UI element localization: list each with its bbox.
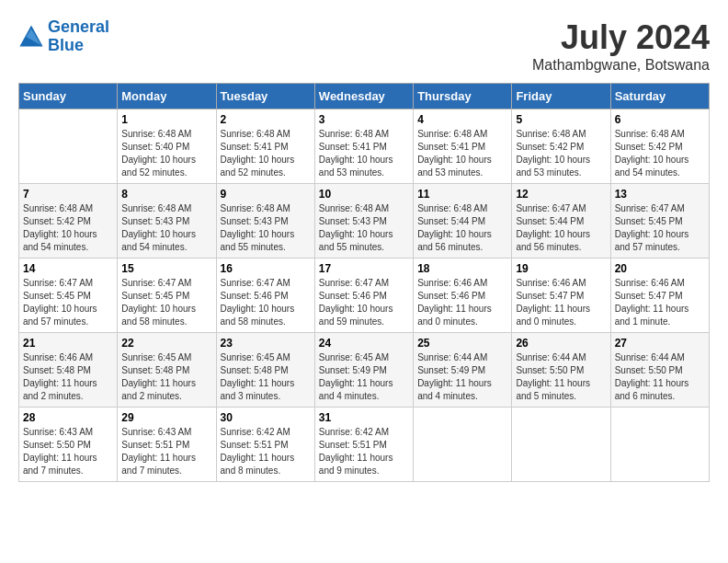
day-number: 28 (23, 411, 113, 424)
day-number: 15 (121, 262, 211, 275)
day-info: Sunrise: 6:42 AM Sunset: 5:51 PM Dayligh… (319, 426, 409, 477)
day-number: 11 (417, 188, 507, 201)
day-number: 16 (221, 262, 311, 275)
calendar-cell: 6Sunrise: 6:48 AM Sunset: 5:42 PM Daylig… (610, 109, 709, 184)
day-number: 29 (121, 411, 211, 424)
day-info: Sunrise: 6:48 AM Sunset: 5:42 PM Dayligh… (23, 202, 113, 254)
calendar-cell: 26Sunrise: 6:44 AM Sunset: 5:50 PM Dayli… (512, 333, 610, 408)
logo-line1: General (48, 17, 109, 36)
month-title: July 2024 (532, 18, 710, 57)
calendar-cell: 19Sunrise: 6:46 AM Sunset: 5:47 PM Dayli… (512, 259, 610, 333)
day-number: 12 (516, 188, 606, 201)
day-info: Sunrise: 6:45 AM Sunset: 5:49 PM Dayligh… (319, 351, 409, 403)
day-info: Sunrise: 6:47 AM Sunset: 5:45 PM Dayligh… (121, 277, 211, 328)
day-number: 19 (516, 262, 606, 275)
day-number: 17 (319, 262, 409, 275)
calendar-cell: 11Sunrise: 6:48 AM Sunset: 5:44 PM Dayli… (414, 184, 512, 259)
day-number: 27 (615, 337, 705, 350)
calendar-cell: 29Sunrise: 6:43 AM Sunset: 5:51 PM Dayli… (118, 408, 216, 482)
weekday-header: Sunday (19, 84, 118, 109)
calendar-body: 1Sunrise: 6:48 AM Sunset: 5:40 PM Daylig… (19, 109, 710, 482)
calendar-header-row: SundayMondayTuesdayWednesdayThursdayFrid… (19, 84, 710, 109)
calendar-cell: 13Sunrise: 6:47 AM Sunset: 5:45 PM Dayli… (610, 184, 709, 259)
page-header: General Blue July 2024 Mathambgwane, Bot… (18, 18, 710, 74)
calendar-cell: 16Sunrise: 6:47 AM Sunset: 5:46 PM Dayli… (216, 259, 314, 333)
calendar-cell: 24Sunrise: 6:45 AM Sunset: 5:49 PM Dayli… (314, 333, 413, 408)
day-number: 6 (615, 113, 705, 126)
calendar-cell: 5Sunrise: 6:48 AM Sunset: 5:42 PM Daylig… (512, 109, 610, 184)
day-number: 22 (121, 337, 211, 350)
weekday-header: Saturday (610, 84, 709, 109)
day-info: Sunrise: 6:46 AM Sunset: 5:48 PM Dayligh… (23, 351, 113, 403)
calendar-cell: 1Sunrise: 6:48 AM Sunset: 5:40 PM Daylig… (118, 109, 216, 184)
logo: General Blue (18, 18, 109, 55)
day-info: Sunrise: 6:47 AM Sunset: 5:46 PM Dayligh… (319, 277, 409, 328)
day-info: Sunrise: 6:45 AM Sunset: 5:48 PM Dayligh… (221, 351, 311, 403)
calendar-cell: 28Sunrise: 6:43 AM Sunset: 5:50 PM Dayli… (19, 408, 118, 482)
calendar-cell (19, 109, 118, 184)
calendar-cell: 10Sunrise: 6:48 AM Sunset: 5:43 PM Dayli… (314, 184, 413, 259)
weekday-header: Wednesday (314, 84, 413, 109)
day-number: 2 (221, 113, 311, 126)
day-number: 3 (319, 113, 409, 126)
day-number: 5 (516, 113, 606, 126)
day-info: Sunrise: 6:47 AM Sunset: 5:45 PM Dayligh… (615, 202, 705, 254)
calendar-cell (512, 408, 610, 482)
day-info: Sunrise: 6:44 AM Sunset: 5:50 PM Dayligh… (516, 351, 606, 403)
calendar-cell: 3Sunrise: 6:48 AM Sunset: 5:41 PM Daylig… (314, 109, 413, 184)
calendar-cell: 30Sunrise: 6:42 AM Sunset: 5:51 PM Dayli… (216, 408, 314, 482)
day-info: Sunrise: 6:43 AM Sunset: 5:50 PM Dayligh… (23, 426, 113, 477)
calendar-week-row: 21Sunrise: 6:46 AM Sunset: 5:48 PM Dayli… (19, 333, 710, 408)
calendar-cell (610, 408, 709, 482)
day-number: 7 (23, 188, 113, 201)
day-number: 25 (417, 337, 507, 350)
day-info: Sunrise: 6:48 AM Sunset: 5:42 PM Dayligh… (516, 128, 606, 179)
calendar-cell: 9Sunrise: 6:48 AM Sunset: 5:43 PM Daylig… (216, 184, 314, 259)
day-info: Sunrise: 6:44 AM Sunset: 5:49 PM Dayligh… (417, 351, 507, 403)
calendar-cell: 18Sunrise: 6:46 AM Sunset: 5:46 PM Dayli… (414, 259, 512, 333)
weekday-header: Tuesday (216, 84, 314, 109)
calendar-cell: 8Sunrise: 6:48 AM Sunset: 5:43 PM Daylig… (118, 184, 216, 259)
calendar-cell: 14Sunrise: 6:47 AM Sunset: 5:45 PM Dayli… (19, 259, 118, 333)
day-info: Sunrise: 6:42 AM Sunset: 5:51 PM Dayligh… (221, 426, 311, 477)
day-info: Sunrise: 6:47 AM Sunset: 5:46 PM Dayligh… (221, 277, 311, 328)
location: Mathambgwane, Botswana (532, 57, 710, 74)
logo-line2: Blue (48, 36, 84, 54)
day-number: 1 (121, 113, 211, 126)
day-info: Sunrise: 6:46 AM Sunset: 5:47 PM Dayligh… (516, 277, 606, 328)
calendar-cell: 7Sunrise: 6:48 AM Sunset: 5:42 PM Daylig… (19, 184, 118, 259)
day-info: Sunrise: 6:44 AM Sunset: 5:50 PM Dayligh… (615, 351, 705, 403)
calendar-cell: 27Sunrise: 6:44 AM Sunset: 5:50 PM Dayli… (610, 333, 709, 408)
calendar-cell: 25Sunrise: 6:44 AM Sunset: 5:49 PM Dayli… (414, 333, 512, 408)
day-number: 4 (417, 113, 507, 126)
calendar-cell (414, 408, 512, 482)
calendar-cell: 22Sunrise: 6:45 AM Sunset: 5:48 PM Dayli… (118, 333, 216, 408)
day-info: Sunrise: 6:48 AM Sunset: 5:43 PM Dayligh… (121, 202, 211, 254)
day-number: 21 (23, 337, 113, 350)
calendar-cell: 15Sunrise: 6:47 AM Sunset: 5:45 PM Dayli… (118, 259, 216, 333)
calendar-cell: 12Sunrise: 6:47 AM Sunset: 5:44 PM Dayli… (512, 184, 610, 259)
calendar-week-row: 28Sunrise: 6:43 AM Sunset: 5:50 PM Dayli… (19, 408, 710, 482)
day-info: Sunrise: 6:48 AM Sunset: 5:41 PM Dayligh… (417, 128, 507, 179)
weekday-header: Friday (512, 84, 610, 109)
day-number: 10 (319, 188, 409, 201)
day-info: Sunrise: 6:45 AM Sunset: 5:48 PM Dayligh… (121, 351, 211, 403)
day-number: 26 (516, 337, 606, 350)
day-info: Sunrise: 6:46 AM Sunset: 5:47 PM Dayligh… (615, 277, 705, 328)
calendar-cell: 4Sunrise: 6:48 AM Sunset: 5:41 PM Daylig… (414, 109, 512, 184)
calendar-week-row: 7Sunrise: 6:48 AM Sunset: 5:42 PM Daylig… (19, 184, 710, 259)
day-number: 20 (615, 262, 705, 275)
day-info: Sunrise: 6:48 AM Sunset: 5:42 PM Dayligh… (615, 128, 705, 179)
calendar-week-row: 1Sunrise: 6:48 AM Sunset: 5:40 PM Daylig… (19, 109, 710, 184)
calendar-cell: 31Sunrise: 6:42 AM Sunset: 5:51 PM Dayli… (314, 408, 413, 482)
weekday-header: Monday (118, 84, 216, 109)
day-number: 18 (417, 262, 507, 275)
day-number: 8 (121, 188, 211, 201)
logo-text: General Blue (48, 18, 109, 55)
day-number: 31 (319, 411, 409, 424)
day-number: 23 (221, 337, 311, 350)
calendar-cell: 17Sunrise: 6:47 AM Sunset: 5:46 PM Dayli… (314, 259, 413, 333)
calendar-cell: 2Sunrise: 6:48 AM Sunset: 5:41 PM Daylig… (216, 109, 314, 184)
day-info: Sunrise: 6:48 AM Sunset: 5:40 PM Dayligh… (121, 128, 211, 179)
day-number: 13 (615, 188, 705, 201)
